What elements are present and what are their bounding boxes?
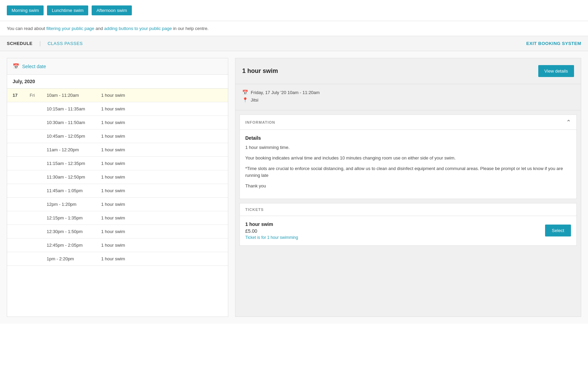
morning-swim-button[interactable]: Morning swim (7, 5, 44, 15)
day-name (24, 129, 41, 143)
time-slot: 1pm - 2:20pm (41, 252, 96, 266)
class-name: 1 hour swim (96, 252, 228, 266)
exit-booking-link[interactable]: EXIT BOOKING SYSTEM (526, 41, 581, 46)
day-name: Fri (24, 89, 41, 102)
tab-schedule[interactable]: SCHEDULE (7, 36, 33, 51)
detail-line-1: 1 hour swimming time. (245, 144, 571, 151)
help-text-suffix: in our help centre. (173, 26, 208, 31)
day-name (24, 225, 41, 239)
day-name (24, 211, 41, 225)
table-row[interactable]: 10:15am - 11:35am1 hour swim (7, 102, 228, 116)
time-slot: 12pm - 1:20pm (41, 198, 96, 211)
detail-location-row: 📍 Jitsi (242, 97, 574, 103)
nav-tabs: SCHEDULE | CLASS PASSES EXIT BOOKING SYS… (0, 36, 588, 51)
filter-page-link[interactable]: filtering your public page (46, 26, 94, 31)
class-name: 1 hour swim (96, 116, 228, 129)
class-name: 1 hour swim (96, 184, 228, 198)
add-buttons-link[interactable]: adding buttons to your public page (104, 26, 172, 31)
time-slot: 11:45am - 1:05pm (41, 184, 96, 198)
day-name (24, 170, 41, 184)
table-row[interactable]: 11:45am - 1:05pm1 hour swim (7, 184, 228, 198)
ticket-price: £5.00 (245, 228, 545, 234)
information-label: INFORMATION (245, 120, 275, 124)
ticket-name: 1 hour swim (245, 221, 545, 227)
ticket-note: Ticket is for 1 hour swimming (245, 235, 545, 240)
table-row[interactable]: 10:45am - 12:05pm1 hour swim (7, 129, 228, 143)
time-slot: 12:30pm - 1:50pm (41, 225, 96, 239)
information-section: INFORMATION ⌃ Details 1 hour swimming ti… (239, 114, 577, 199)
day-number (7, 252, 24, 266)
class-name: 1 hour swim (96, 143, 228, 157)
class-name: 1 hour swim (96, 89, 228, 102)
time-slot: 12:45pm - 2:05pm (41, 239, 96, 252)
detail-line-3: *Time slots are crucial to enforce socia… (245, 165, 571, 180)
class-name: 1 hour swim (96, 211, 228, 225)
view-details-button[interactable]: View details (538, 65, 574, 77)
day-number (7, 157, 24, 170)
table-row[interactable]: 12pm - 1:20pm1 hour swim (7, 198, 228, 211)
day-number (7, 116, 24, 129)
class-name: 1 hour swim (96, 129, 228, 143)
day-number (7, 211, 24, 225)
location-icon: 📍 (242, 97, 248, 103)
table-row[interactable]: 17Fri10am - 11:20am1 hour swim (7, 89, 228, 102)
table-row[interactable]: 11:30am - 12:50pm1 hour swim (7, 170, 228, 184)
table-row[interactable]: 10:30am - 11:50am1 hour swim (7, 116, 228, 129)
day-number (7, 198, 24, 211)
day-number (7, 129, 24, 143)
detail-header: 1 hour swim View details (235, 58, 581, 84)
table-row[interactable]: 12:15pm - 1:35pm1 hour swim (7, 211, 228, 225)
day-name (24, 143, 41, 157)
class-name: 1 hour swim (96, 239, 228, 252)
time-slot: 12:15pm - 1:35pm (41, 211, 96, 225)
chevron-up-icon: ⌃ (566, 119, 571, 125)
details-subtitle: Details (245, 135, 571, 141)
day-number (7, 170, 24, 184)
class-name: 1 hour swim (96, 157, 228, 170)
tickets-section: TICKETS 1 hour swim £5.00 Ticket is for … (239, 203, 577, 246)
nav-divider: | (40, 41, 41, 47)
detail-line-2: Your booking indicates arrival time and … (245, 155, 571, 162)
table-row[interactable]: 12:45pm - 2:05pm1 hour swim (7, 239, 228, 252)
detail-info: 📅 Friday, 17 July '20 10am - 11:20am 📍 J… (235, 84, 581, 110)
calendar-small-icon: 📅 (242, 90, 248, 95)
time-slot: 11:15am - 12:35pm (41, 157, 96, 170)
day-name (24, 252, 41, 266)
select-button[interactable]: Select (545, 225, 571, 236)
help-text-area: You can read about filtering your public… (0, 21, 588, 36)
day-number (7, 102, 24, 116)
day-name (24, 116, 41, 129)
tab-class-passes[interactable]: CLASS PASSES (48, 36, 83, 51)
tickets-header: TICKETS (240, 203, 576, 216)
lunchtime-swim-button[interactable]: Lunchtime swim (47, 5, 88, 15)
class-name: 1 hour swim (96, 198, 228, 211)
day-name (24, 157, 41, 170)
schedule-panel: 📅 Select date July, 2020 17Fri10am - 11:… (7, 58, 228, 317)
class-name: 1 hour swim (96, 170, 228, 184)
select-date-link[interactable]: Select date (22, 64, 46, 69)
ticket-row: 1 hour swim £5.00 Ticket is for 1 hour s… (240, 216, 576, 245)
table-row[interactable]: 12:30pm - 1:50pm1 hour swim (7, 225, 228, 239)
table-row[interactable]: 11am - 12:20pm1 hour swim (7, 143, 228, 157)
date-selector[interactable]: 📅 Select date (7, 58, 228, 75)
time-slot: 10:45am - 12:05pm (41, 129, 96, 143)
schedule-table: 17Fri10am - 11:20am1 hour swim10:15am - … (7, 89, 228, 266)
table-row[interactable]: 11:15am - 12:35pm1 hour swim (7, 157, 228, 170)
class-name: 1 hour swim (96, 102, 228, 116)
time-slot: 11:30am - 12:50pm (41, 170, 96, 184)
day-number (7, 239, 24, 252)
time-slot: 10am - 11:20am (41, 89, 96, 102)
information-section-header[interactable]: INFORMATION ⌃ (240, 115, 576, 130)
detail-title: 1 hour swim (242, 67, 278, 75)
information-section-body: Details 1 hour swimming time. Your booki… (240, 130, 576, 199)
day-number: 17 (7, 89, 24, 102)
help-text-middle: and (95, 26, 104, 31)
table-row[interactable]: 1pm - 2:20pm1 hour swim (7, 252, 228, 266)
day-name (24, 239, 41, 252)
main-content: 📅 Select date July, 2020 17Fri10am - 11:… (0, 51, 588, 324)
afternoon-swim-button[interactable]: Afternoon swim (92, 5, 132, 15)
time-slot: 11am - 12:20pm (41, 143, 96, 157)
detail-datetime-row: 📅 Friday, 17 July '20 10am - 11:20am (242, 90, 574, 95)
filter-bar: Morning swim Lunchtime swim Afternoon sw… (0, 0, 588, 21)
time-slot: 10:30am - 11:50am (41, 116, 96, 129)
